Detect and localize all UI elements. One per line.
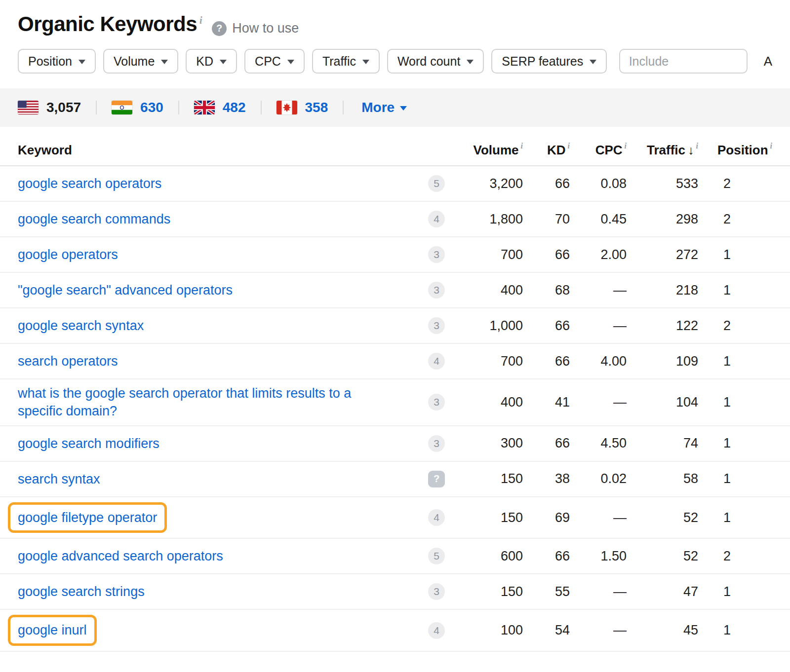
keyword-link[interactable]: google operators: [18, 246, 118, 263]
traffic-cell: 122: [627, 318, 698, 334]
serp-badge-cell: ?: [419, 471, 454, 487]
serp-features-badge[interactable]: 3: [428, 317, 445, 334]
filter-dropdown-button[interactable]: Word count: [387, 49, 484, 74]
position-cell: 1: [698, 247, 772, 262]
info-icon: i: [696, 142, 698, 150]
filter-dropdown-button[interactable]: Volume: [103, 49, 178, 74]
volume-cell: 700: [454, 247, 523, 262]
keyword-link[interactable]: google search modifiers: [18, 435, 159, 452]
how-to-use-link[interactable]: ? How to use: [212, 21, 299, 36]
info-icon: i: [568, 142, 570, 150]
position-cell: 1: [698, 283, 772, 298]
keyword-link[interactable]: google search operators: [18, 175, 161, 192]
keyword-link[interactable]: "google search" advanced operators: [18, 281, 233, 299]
volume-cell: 1,800: [454, 212, 523, 227]
kd-cell: 69: [523, 510, 570, 525]
filter-label: CPC: [255, 54, 281, 69]
column-header-traffic[interactable]: Traffic↓i: [627, 143, 698, 158]
serp-badge-cell: 3: [419, 583, 454, 600]
help-icon: ?: [212, 21, 227, 36]
filter-dropdown-button[interactable]: KD: [186, 49, 237, 74]
keyword-cell: google search modifiers: [18, 430, 419, 457]
country-tab-india[interactable]: 630: [112, 100, 163, 115]
position-cell: 2: [698, 176, 772, 191]
table-row: google search operators 5 3,200 66 0.08 …: [0, 166, 790, 202]
serp-features-badge[interactable]: 4: [428, 353, 445, 370]
filter-bar: Position Volume KD CPC Traffic Word coun…: [18, 49, 772, 74]
keyword-highlight: "google search" advanced operators: [18, 281, 233, 299]
cpc-cell: 2.00: [570, 247, 627, 262]
country-tab-united-kingdom[interactable]: 482: [194, 100, 246, 115]
keyword-link[interactable]: what is the google search operator that …: [18, 384, 373, 420]
serp-features-badge[interactable]: 3: [428, 435, 445, 452]
kd-cell: 66: [523, 318, 570, 334]
column-header-kd[interactable]: KDi: [523, 143, 570, 158]
keyword-link[interactable]: google advanced search operators: [18, 547, 223, 565]
table-row: what is the google search operator that …: [0, 379, 790, 426]
serp-features-badge[interactable]: ?: [428, 471, 445, 487]
position-cell: 1: [698, 395, 772, 410]
keyword-highlight: google advanced search operators: [18, 547, 223, 565]
caret-down-icon: [287, 60, 294, 64]
filter-dropdown-button[interactable]: SERP features: [491, 49, 607, 74]
serp-badge-cell: 3: [419, 282, 454, 299]
column-header-keyword[interactable]: Keyword: [18, 143, 419, 158]
keyword-link[interactable]: search operators: [18, 352, 118, 370]
country-count: 3,057: [46, 100, 81, 115]
serp-features-badge[interactable]: 5: [428, 175, 445, 192]
serp-badge-cell: 3: [419, 317, 454, 334]
serp-badge-cell: 3: [419, 394, 454, 411]
filter-label: Traffic: [322, 54, 356, 69]
column-header-position[interactable]: Positioni: [698, 143, 772, 158]
caret-down-icon: [590, 60, 596, 64]
serp-features-badge[interactable]: 3: [428, 246, 445, 263]
volume-cell: 100: [454, 623, 523, 638]
keyword-highlight: search operators: [18, 352, 118, 370]
serp-features-badge[interactable]: 5: [428, 548, 445, 564]
serp-features-badge[interactable]: 4: [428, 509, 445, 526]
keyword-highlight: google inurl: [8, 615, 97, 645]
serp-features-badge[interactable]: 4: [428, 622, 445, 639]
serp-features-badge[interactable]: 3: [428, 282, 445, 299]
volume-cell: 700: [454, 354, 523, 369]
page-header: Organic Keywordsi ? How to use: [18, 13, 772, 36]
keyword-cell: what is the google search operator that …: [18, 379, 419, 425]
column-header-cpc[interactable]: CPCi: [570, 143, 627, 158]
caret-down-icon: [400, 106, 407, 111]
table-row: google search strings 3 150 55 — 47 1: [0, 574, 790, 610]
clipped-element: A: [764, 54, 772, 69]
cpc-cell: —: [570, 395, 627, 410]
keyword-link[interactable]: search syntax: [18, 470, 100, 488]
serp-badge-cell: 5: [419, 548, 454, 564]
filter-dropdown-button[interactable]: Traffic: [312, 49, 380, 74]
include-input[interactable]: [619, 49, 748, 74]
keyword-cell: google search syntax: [18, 312, 419, 339]
column-header-volume[interactable]: Volumei: [454, 143, 523, 158]
keyword-highlight: google search operators: [18, 175, 161, 192]
keyword-link[interactable]: google search strings: [18, 583, 145, 600]
keyword-highlight: search syntax: [18, 470, 100, 488]
volume-cell: 400: [454, 395, 523, 410]
country-tab-united-states[interactable]: 3,057: [18, 100, 81, 115]
keyword-cell: search operators: [18, 347, 419, 375]
cpc-cell: 0.45: [570, 212, 627, 227]
keyword-link[interactable]: google search syntax: [18, 317, 144, 335]
filter-dropdown-button[interactable]: CPC: [244, 49, 305, 74]
position-cell: 1: [698, 436, 772, 451]
keyword-link[interactable]: google filetype operator: [18, 509, 157, 526]
filter-dropdown-button[interactable]: Position: [18, 49, 96, 74]
filter-label: SERP features: [502, 54, 583, 69]
table-row: search operators 4 700 66 4.00 109 1: [0, 344, 790, 379]
more-countries-button[interactable]: More: [361, 100, 407, 115]
position-cell: 2: [698, 212, 772, 227]
table-row: search syntax ? 150 38 0.02 58 1: [0, 462, 790, 497]
keyword-link[interactable]: google search commands: [18, 210, 170, 228]
caret-down-icon: [220, 60, 227, 64]
kd-cell: 70: [523, 212, 570, 227]
serp-features-badge[interactable]: 3: [428, 583, 445, 600]
country-tab-canada[interactable]: 358: [276, 100, 328, 115]
position-cell: 1: [698, 471, 772, 486]
serp-features-badge[interactable]: 3: [428, 394, 445, 411]
keyword-link[interactable]: google inurl: [18, 621, 87, 639]
serp-features-badge[interactable]: 4: [428, 211, 445, 227]
